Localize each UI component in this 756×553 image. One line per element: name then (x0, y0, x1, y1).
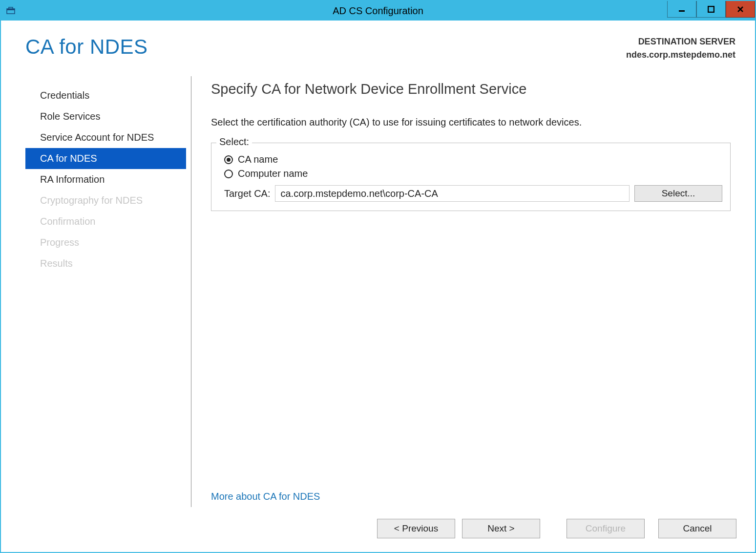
target-ca-label: Target CA: (224, 188, 270, 199)
target-ca-row: Target CA: Select... (224, 185, 722, 202)
sidebar-item-cryptography: Cryptography for NDES (25, 190, 186, 211)
more-about-link[interactable]: More about CA for NDES (211, 467, 731, 502)
previous-button[interactable]: < Previous (377, 519, 455, 538)
select-fieldset: Select: CA name Computer name Target CA:… (211, 143, 731, 211)
sidebar-item-ca-for-ndes[interactable]: CA for NDES (25, 148, 186, 169)
body-row: Credentials Role Services Service Accoun… (1, 66, 755, 507)
radio-computer-name-label: Computer name (238, 168, 308, 179)
titlebar: AD CS Configuration (1, 1, 755, 21)
header-row: CA for NDES DESTINATION SERVER ndes.corp… (1, 21, 755, 66)
target-ca-input[interactable] (275, 185, 630, 202)
sidebar-item-service-account[interactable]: Service Account for NDES (25, 127, 186, 148)
sidebar-item-role-services[interactable]: Role Services (25, 106, 186, 127)
destination-block: DESTINATION SERVER ndes.corp.mstepdemo.n… (626, 35, 735, 62)
wizard-sidebar: Credentials Role Services Service Accoun… (25, 76, 191, 507)
client-area: CA for NDES DESTINATION SERVER ndes.corp… (1, 21, 755, 552)
wizard-footer: < Previous Next > Configure Cancel (1, 507, 755, 552)
window-controls (667, 1, 755, 18)
instruction-text: Select the certification authority (CA) … (211, 117, 731, 128)
page-heading: CA for NDES (25, 35, 148, 59)
next-button[interactable]: Next > (462, 519, 540, 538)
select-ca-button[interactable]: Select... (634, 185, 722, 202)
cancel-button[interactable]: Cancel (658, 519, 736, 538)
wizard-window: AD CS Configuration CA for NDES DESTINAT… (0, 0, 756, 553)
radio-ca-name[interactable]: CA name (224, 154, 722, 165)
svg-rect-2 (679, 10, 685, 12)
action-button-group: Configure Cancel (567, 519, 736, 538)
radio-icon (224, 170, 233, 178)
sidebar-item-results: Results (25, 253, 186, 274)
maximize-button[interactable] (696, 1, 726, 18)
svg-rect-3 (708, 6, 714, 12)
main-panel: Specify CA for Network Device Enrollment… (191, 76, 735, 507)
destination-label: DESTINATION SERVER (626, 35, 735, 48)
radio-ca-name-label: CA name (238, 154, 278, 165)
radio-computer-name[interactable]: Computer name (224, 168, 722, 179)
close-button[interactable] (726, 1, 755, 18)
fieldset-legend: Select: (216, 136, 252, 148)
sidebar-item-progress: Progress (25, 232, 186, 253)
radio-icon (224, 155, 233, 164)
app-icon (4, 4, 18, 18)
destination-value: ndes.corp.mstepdemo.net (626, 48, 735, 62)
main-heading: Specify CA for Network Device Enrollment… (211, 81, 731, 97)
minimize-button[interactable] (667, 1, 696, 18)
sidebar-item-confirmation: Confirmation (25, 211, 186, 232)
window-title: AD CS Configuration (1, 5, 755, 17)
sidebar-item-credentials[interactable]: Credentials (25, 85, 186, 106)
nav-button-group: < Previous Next > (377, 519, 540, 538)
sidebar-item-ra-information[interactable]: RA Information (25, 169, 186, 190)
configure-button: Configure (567, 519, 645, 538)
svg-rect-1 (7, 9, 15, 10)
